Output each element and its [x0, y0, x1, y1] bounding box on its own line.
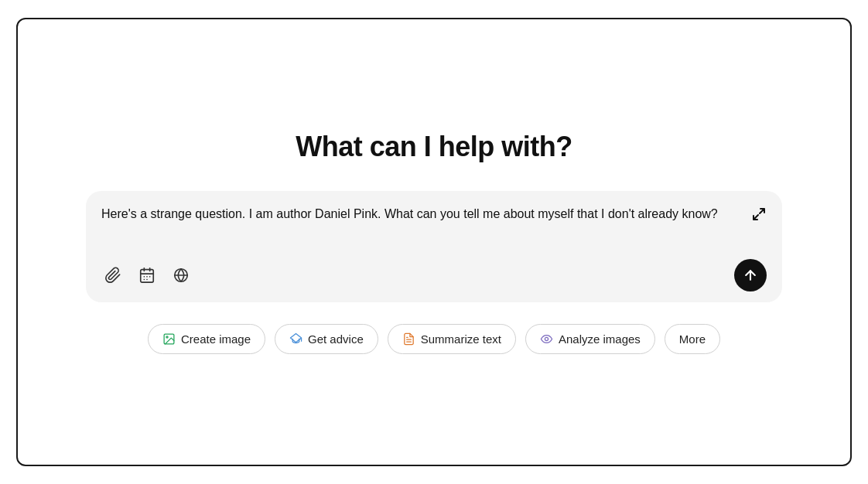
get-advice-button[interactable]: Get advice: [275, 324, 378, 354]
summarize-text-icon: [402, 332, 415, 346]
create-image-label: Create image: [181, 332, 251, 346]
globe-button[interactable]: [169, 264, 193, 287]
input-toolbar: [101, 259, 767, 291]
expand-button[interactable]: [748, 203, 770, 227]
summarize-text-label: Summarize text: [421, 332, 501, 346]
svg-point-7: [166, 336, 168, 337]
svg-point-10: [545, 337, 548, 340]
get-advice-label: Get advice: [308, 332, 364, 346]
calendar-button[interactable]: [135, 264, 159, 287]
create-image-icon: [162, 332, 176, 346]
more-button[interactable]: More: [665, 324, 720, 354]
analyze-images-label: Analyze images: [559, 332, 641, 346]
input-box: [86, 191, 782, 302]
attach-button[interactable]: [101, 264, 125, 287]
send-button[interactable]: [734, 259, 767, 291]
svg-rect-0: [141, 269, 154, 282]
main-input[interactable]: [101, 205, 728, 248]
more-label: More: [679, 332, 706, 346]
get-advice-icon: [289, 332, 302, 346]
toolbar-icons: [101, 264, 193, 287]
summarize-text-button[interactable]: Summarize text: [388, 324, 516, 354]
main-container: What can I help with?: [16, 18, 852, 466]
action-pills: Create image Get advice S: [148, 324, 720, 354]
analyze-images-icon: [540, 332, 553, 346]
create-image-button[interactable]: Create image: [148, 324, 265, 354]
analyze-images-button[interactable]: Analyze images: [525, 324, 655, 354]
page-title: What can I help with?: [296, 131, 572, 163]
